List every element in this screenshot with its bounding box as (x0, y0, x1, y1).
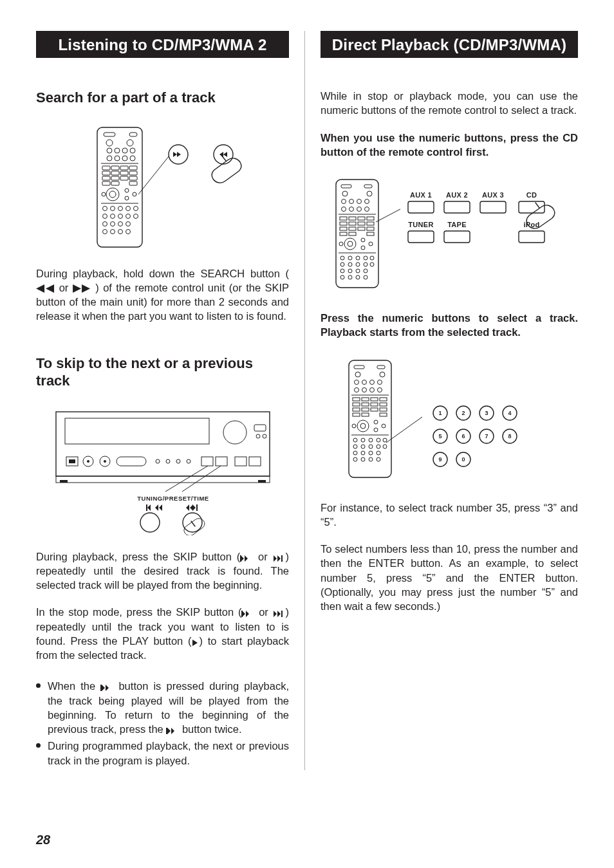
svg-rect-58 (56, 476, 270, 483)
svg-rect-108 (349, 217, 356, 220)
svg-point-37 (110, 206, 115, 210)
figure-front-panel: TUNING/PRESET/TIME (36, 407, 289, 535)
svg-rect-181 (362, 403, 369, 406)
svg-text:6: 6 (461, 433, 465, 439)
svg-text:iPod: iPod (523, 221, 539, 228)
svg-point-10 (115, 156, 120, 161)
play-icon (192, 640, 200, 646)
svg-point-192 (360, 423, 366, 429)
svg-point-202 (383, 438, 387, 442)
svg-point-98 (342, 199, 346, 204)
svg-point-123 (348, 241, 353, 246)
svg-rect-161 (519, 231, 544, 243)
svg-point-12 (130, 156, 135, 161)
svg-point-213 (361, 457, 365, 461)
svg-point-143 (340, 275, 344, 279)
svg-rect-188 (353, 413, 360, 416)
svg-point-43 (118, 214, 122, 218)
svg-rect-78 (216, 457, 227, 466)
svg-rect-79 (235, 457, 247, 466)
svg-rect-190 (380, 413, 387, 416)
svg-rect-176 (353, 398, 360, 401)
svg-rect-180 (353, 403, 360, 406)
svg-rect-159 (408, 231, 434, 243)
svg-rect-184 (353, 408, 360, 411)
svg-point-31 (102, 192, 106, 196)
bullet-1: When the button is pressed during playba… (36, 679, 289, 736)
svg-rect-84 (196, 504, 198, 511)
skip-back-icon (241, 611, 254, 617)
svg-rect-177 (362, 398, 369, 401)
svg-point-6 (115, 148, 120, 153)
svg-point-138 (370, 263, 374, 266)
svg-rect-185 (362, 408, 369, 411)
svg-rect-160 (444, 231, 470, 243)
svg-point-122 (344, 238, 356, 250)
svg-rect-113 (358, 222, 365, 225)
svg-text:9: 9 (438, 456, 442, 463)
svg-point-139 (340, 269, 344, 273)
svg-point-11 (122, 156, 127, 161)
svg-rect-110 (367, 217, 374, 220)
svg-text:4: 4 (508, 410, 511, 416)
svg-text:3: 3 (485, 410, 488, 416)
svg-rect-26 (102, 181, 110, 185)
svg-rect-80 (249, 457, 261, 466)
svg-point-211 (377, 451, 380, 455)
figure-source-buttons: AUX 1 AUX 2 AUX 3 CD TUNER TAPE iPod (333, 177, 578, 290)
svg-rect-67 (69, 459, 75, 463)
svg-point-76 (187, 459, 191, 463)
svg-rect-23 (111, 176, 119, 180)
skip-para1: During playback, press the SKIP button (… (36, 549, 289, 593)
svg-text:CD: CD (526, 191, 537, 199)
svg-point-191 (357, 420, 369, 432)
direct-intro: While in stop or playback mode, you can … (321, 89, 578, 118)
svg-point-200 (369, 438, 373, 442)
page-number: 28 (36, 833, 50, 847)
skip-back-icon (240, 555, 253, 562)
bullet-2: During programmed playback, the next or … (36, 739, 289, 768)
skip-fwd-icon (273, 555, 286, 562)
svg-point-193 (352, 424, 356, 428)
svg-point-137 (364, 263, 367, 266)
svg-point-194 (374, 420, 378, 424)
svg-point-129 (340, 256, 344, 260)
svg-point-62 (223, 421, 247, 444)
svg-rect-152 (408, 201, 434, 213)
svg-point-48 (118, 221, 122, 226)
svg-rect-18 (102, 171, 110, 175)
svg-line-54 (138, 156, 169, 194)
svg-rect-60 (258, 480, 266, 483)
column-divider (304, 31, 305, 770)
svg-rect-107 (340, 217, 347, 220)
svg-rect-17 (129, 166, 137, 170)
skip-heading: To skip to the next or a previous track (36, 355, 289, 390)
svg-rect-25 (129, 176, 137, 180)
svg-point-8 (130, 148, 135, 153)
svg-rect-115 (340, 227, 347, 230)
svg-rect-119 (340, 232, 347, 235)
svg-point-198 (353, 438, 357, 442)
svg-line-147 (376, 209, 400, 222)
svg-point-124 (339, 242, 343, 246)
svg-text:8: 8 (508, 433, 511, 439)
direct-example: For instance, to select track number 35,… (321, 501, 578, 530)
svg-point-195 (374, 428, 378, 432)
svg-point-36 (102, 206, 107, 210)
svg-point-145 (356, 275, 360, 279)
svg-point-214 (369, 457, 373, 461)
svg-point-207 (383, 445, 387, 448)
svg-point-146 (364, 275, 367, 279)
svg-rect-112 (349, 222, 356, 225)
svg-point-45 (133, 214, 138, 218)
svg-point-74 (166, 459, 170, 463)
direct-note1: When you use the numeric buttons, press … (321, 131, 578, 160)
svg-point-49 (126, 221, 130, 226)
svg-rect-163 (354, 365, 364, 369)
left-headband: Listening to CD/MP3/WMA 2 (36, 31, 289, 58)
svg-point-206 (377, 445, 380, 448)
svg-point-73 (156, 459, 160, 463)
svg-point-33 (125, 196, 129, 200)
svg-text:5: 5 (438, 433, 442, 439)
svg-text:TUNER: TUNER (408, 221, 433, 228)
